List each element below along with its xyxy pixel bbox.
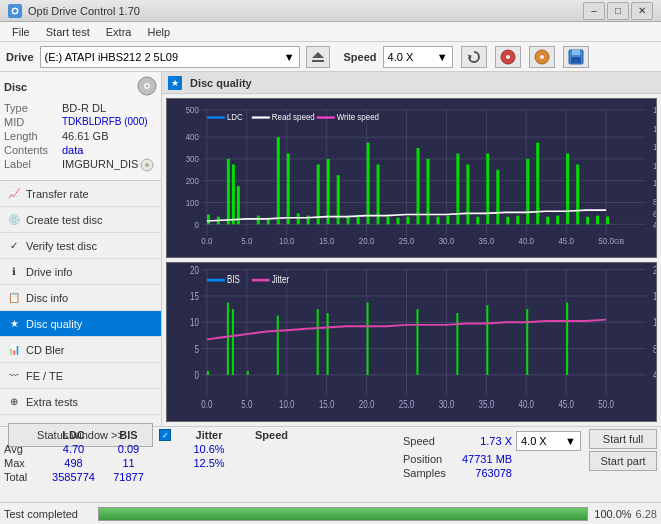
svg-text:16%: 16% (653, 291, 656, 302)
title-bar: Opti Drive Control 1.70 – □ ✕ (0, 0, 661, 22)
svg-text:0: 0 (195, 219, 200, 229)
maximize-button[interactable]: □ (607, 2, 629, 20)
svg-text:18X: 18X (653, 105, 656, 115)
svg-text:15: 15 (190, 291, 199, 302)
svg-text:6X: 6X (653, 208, 656, 218)
drive-label: Drive (6, 51, 34, 63)
jitter-checkbox[interactable]: ✓ (156, 429, 174, 441)
speed-dropdown-icon: ▼ (437, 51, 448, 63)
svg-rect-93 (526, 159, 529, 224)
stats-max-row: Max 498 11 12.5% (4, 457, 399, 469)
disc-quality-icon: ★ (6, 316, 22, 332)
menu-help[interactable]: Help (139, 24, 178, 40)
speed-dropdown-arrow: ▼ (565, 435, 576, 447)
nav-fe-te-label: FE / TE (26, 370, 63, 382)
menu-extra[interactable]: Extra (98, 24, 140, 40)
main-content: Disc Type BD-R DL MID TDKBLDRFB (000) Le… (0, 72, 661, 426)
position-row: Position 47731 MB (403, 453, 581, 465)
title-bar-left: Opti Drive Control 1.70 (8, 4, 140, 18)
svg-text:Write speed: Write speed (337, 111, 380, 121)
eject-button[interactable] (306, 46, 330, 68)
nav-transfer-rate[interactable]: 📈 Transfer rate (0, 181, 161, 207)
stats-bar: LDC BIS ✓ Jitter Speed Avg 4.70 0.09 10.… (0, 426, 661, 502)
stats-avg-jitter: 10.6% (174, 443, 244, 455)
nav-fe-te[interactable]: 〰 FE / TE (0, 363, 161, 389)
drive-bar: Drive (E:) ATAPI iHBS212 2 5L09 ▼ Speed … (0, 42, 661, 72)
speed-target-value: 4.0 X (521, 435, 547, 447)
svg-text:5.0: 5.0 (241, 236, 252, 246)
menu-file[interactable]: File (4, 24, 38, 40)
svg-text:Read speed: Read speed (272, 111, 315, 121)
svg-text:8%: 8% (653, 344, 656, 355)
svg-text:14X: 14X (653, 142, 656, 152)
chart-title: Disc quality (190, 77, 252, 89)
svg-text:45.0: 45.0 (558, 399, 574, 410)
svg-text:45.0: 45.0 (558, 236, 574, 246)
svg-rect-98 (576, 164, 579, 224)
speed-target-selector[interactable]: 4.0 X ▼ (516, 431, 581, 451)
refresh-button[interactable] (461, 46, 487, 68)
close-button[interactable]: ✕ (631, 2, 653, 20)
nav-drive-info-label: Drive info (26, 266, 72, 278)
svg-rect-10 (572, 50, 580, 55)
checkbox-checked: ✓ (159, 429, 171, 441)
position-label: Position (403, 453, 458, 465)
stats-total-row: Total 3585774 71877 (4, 471, 399, 483)
svg-text:10: 10 (190, 317, 199, 328)
disc-contents-value: data (62, 144, 83, 156)
svg-text:0.0: 0.0 (201, 236, 212, 246)
svg-rect-80 (397, 218, 400, 225)
chart-header: ★ Disc quality (162, 72, 661, 94)
disc-icon-button[interactable] (495, 46, 521, 68)
start-full-button[interactable]: Start full (589, 429, 657, 449)
progress-bar-container: Test completed 100.0% 6.28 (0, 502, 661, 524)
samples-value: 763078 (462, 467, 512, 479)
svg-rect-153 (367, 303, 369, 375)
svg-text:25.0: 25.0 (399, 236, 415, 246)
svg-rect-149 (247, 371, 249, 375)
svg-rect-75 (347, 217, 350, 225)
speed-selector[interactable]: 4.0 X ▼ (383, 46, 453, 68)
svg-rect-95 (546, 217, 549, 225)
stats-avg-bis: 0.09 (101, 443, 156, 455)
menu-bar: File Start test Extra Help (0, 22, 661, 42)
svg-point-16 (145, 163, 149, 167)
svg-point-14 (146, 85, 148, 87)
cd-bler-icon: 📊 (6, 342, 22, 358)
stats-max-bis: 11 (101, 457, 156, 469)
nav-drive-info[interactable]: ℹ Drive info (0, 259, 161, 285)
stats-max-label: Max (4, 457, 46, 469)
drive-selector[interactable]: (E:) ATAPI iHBS212 2 5L09 ▼ (40, 46, 300, 68)
nav-disc-quality[interactable]: ★ Disc quality (0, 311, 161, 337)
stats-right-panel: Speed 1.73 X 4.0 X ▼ Position 47731 MB S… (399, 429, 585, 481)
svg-text:200: 200 (186, 176, 200, 186)
version-text: 6.28 (636, 508, 657, 520)
speed-row-label: Speed (403, 435, 458, 447)
svg-rect-3 (312, 60, 324, 62)
svg-text:BIS: BIS (227, 274, 240, 285)
svg-text:8X: 8X (653, 196, 656, 206)
settings-button[interactable] (529, 46, 555, 68)
position-value: 47731 MB (462, 453, 512, 465)
svg-text:5.0: 5.0 (241, 399, 252, 410)
stats-total-bis: 71877 (101, 471, 156, 483)
nav-verify-test-disc[interactable]: ✓ Verify test disc (0, 233, 161, 259)
svg-text:20.0: 20.0 (359, 236, 375, 246)
nav-disc-info[interactable]: 📋 Disc info (0, 285, 161, 311)
svg-text:12X: 12X (653, 160, 656, 170)
svg-rect-152 (327, 313, 329, 375)
transfer-rate-icon: 📈 (6, 186, 22, 202)
progress-fill (99, 508, 587, 520)
nav-extra-tests[interactable]: ⊕ Extra tests (0, 389, 161, 415)
save-button[interactable] (563, 46, 589, 68)
svg-text:10X: 10X (653, 178, 656, 188)
menu-start-test[interactable]: Start test (38, 24, 98, 40)
nav-create-test-disc[interactable]: 💿 Create test disc (0, 207, 161, 233)
stats-speed-header: Speed (244, 429, 299, 441)
nav-cd-bler[interactable]: 📊 CD Bler (0, 337, 161, 363)
minimize-button[interactable]: – (583, 2, 605, 20)
top-chart: 500 400 300 200 100 0 18X 16X 14X 12X 10… (166, 98, 657, 258)
start-part-button[interactable]: Start part (589, 451, 657, 471)
disc-type-value: BD-R DL (62, 102, 106, 114)
nav-disc-quality-label: Disc quality (26, 318, 82, 330)
